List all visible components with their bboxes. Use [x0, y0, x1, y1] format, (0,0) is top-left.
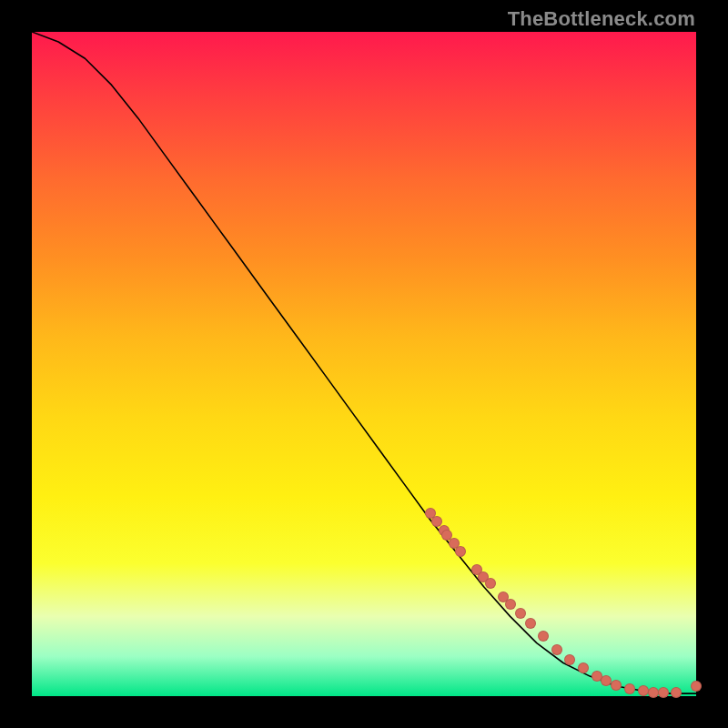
data-marker [691, 681, 702, 692]
data-marker [485, 578, 496, 589]
curve-path [32, 32, 696, 693]
plot-area [32, 32, 696, 696]
data-marker [658, 687, 669, 698]
data-marker [505, 599, 516, 610]
data-marker [525, 618, 536, 629]
data-marker [671, 687, 682, 698]
data-marker [515, 608, 526, 619]
chart-stage: TheBottleneck.com [0, 0, 728, 728]
data-marker [551, 644, 562, 655]
data-marker [648, 687, 659, 698]
data-marker [638, 685, 649, 696]
data-marker [624, 683, 635, 694]
watermark-text: TheBottleneck.com [508, 7, 695, 31]
curve-svg [32, 32, 696, 696]
data-marker [455, 546, 466, 557]
